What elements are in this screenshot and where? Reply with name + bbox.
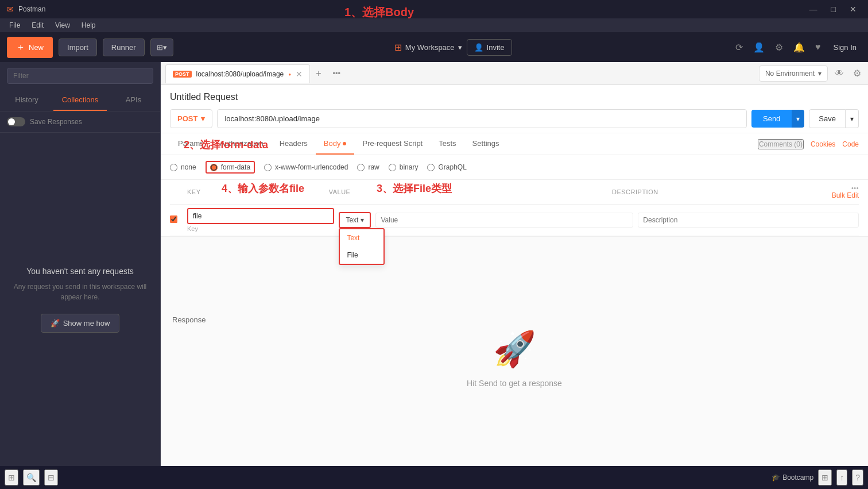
menu-edit[interactable]: Edit xyxy=(27,20,48,30)
env-settings-icon[interactable]: ⚙ xyxy=(851,66,863,81)
env-chevron-icon: ▾ xyxy=(818,70,822,78)
type-option-file[interactable]: File xyxy=(340,247,383,264)
tab-more-button[interactable]: ••• xyxy=(327,66,346,81)
tab-headers[interactable]: Headers xyxy=(272,133,316,155)
binary-label: binary xyxy=(400,163,418,171)
tab-tests[interactable]: Tests xyxy=(431,133,464,155)
tab-settings[interactable]: Settings xyxy=(464,133,507,155)
env-selector: No Environment ▾ 👁 ⚙ xyxy=(759,66,863,82)
rocket-illustration: 🚀 Hit Send to get a response xyxy=(467,329,562,388)
method-badge: POST xyxy=(173,71,192,78)
show-me-how-label: Show me how xyxy=(63,319,110,328)
runner-button[interactable]: Runner xyxy=(103,38,145,56)
user-profile-icon[interactable]: 👤 xyxy=(751,40,767,55)
type-dropdown-button[interactable]: Text ▾ xyxy=(339,212,371,228)
show-icon: 🚀 xyxy=(51,319,60,328)
workspace-button[interactable]: ⊞ My Workspace ▾ xyxy=(394,42,462,53)
user-icon: 👤 xyxy=(474,43,483,52)
bootcamp-button[interactable]: 🎓 Bootcamp xyxy=(772,473,813,482)
comments-button[interactable]: Comments (0) xyxy=(758,139,804,149)
modified-dot: ● xyxy=(288,72,291,77)
menu-view[interactable]: View xyxy=(51,20,75,30)
desc-input[interactable] xyxy=(638,213,859,228)
import-button[interactable]: Import xyxy=(59,38,97,56)
tab-authorization[interactable]: Authorization xyxy=(212,133,272,155)
bootcamp-icon: 🎓 xyxy=(772,473,780,482)
send-button[interactable]: Send xyxy=(751,110,792,128)
help-icon[interactable]: ? xyxy=(852,469,863,486)
add-tab-button[interactable]: + xyxy=(310,65,327,82)
value-input[interactable] xyxy=(375,213,633,228)
option-binary[interactable]: binary xyxy=(389,163,418,171)
hit-send-text: Hit Send to get a response xyxy=(467,379,562,388)
tab-pre-request[interactable]: Pre-request Script xyxy=(354,133,431,155)
request-bar: POST ▾ 1、选择Body Send ▾ Save ▾ xyxy=(170,109,859,128)
env-dropdown[interactable]: No Environment ▾ xyxy=(759,66,828,82)
sidebar-tabs: History Collections APIs xyxy=(0,90,160,111)
console-icon[interactable]: ⊟ xyxy=(44,469,58,486)
filter-input[interactable] xyxy=(7,68,153,84)
request-tabs: Params Authorization Headers Body Pre-re… xyxy=(161,133,868,155)
sidebar-tab-apis[interactable]: APIs xyxy=(107,90,160,111)
option-urlencoded[interactable]: x-www-form-urlencoded xyxy=(264,163,348,171)
save-responses-toggle[interactable] xyxy=(7,117,25,126)
tab-close-button[interactable]: ✕ xyxy=(296,70,303,79)
url-input[interactable] xyxy=(217,109,747,128)
sidebar-tab-history[interactable]: History xyxy=(0,90,53,111)
menu-help[interactable]: Help xyxy=(77,20,100,30)
maximize-button[interactable]: □ xyxy=(827,2,840,16)
save-button[interactable]: Save xyxy=(809,109,846,128)
save-dropdown-button[interactable]: ▾ xyxy=(846,109,859,128)
tab-params[interactable]: Params xyxy=(170,133,212,155)
option-raw[interactable]: raw xyxy=(357,163,379,171)
option-form-data[interactable]: form-data xyxy=(206,161,255,174)
new-button[interactable]: ＋ New xyxy=(7,37,53,58)
key-input[interactable] xyxy=(187,208,334,224)
sidebar-toggle-icon[interactable]: ⊞ xyxy=(5,469,18,486)
option-none[interactable]: none xyxy=(170,163,196,171)
bulk-edit-button[interactable]: Bulk Edit xyxy=(832,191,859,199)
form-data-label: form-data xyxy=(221,163,250,171)
tab-body[interactable]: Body xyxy=(316,133,355,155)
close-button[interactable]: ✕ xyxy=(845,2,861,16)
plus-icon: ＋ xyxy=(16,41,25,53)
empty-desc: Any request you send in this workspace w… xyxy=(11,282,149,302)
show-me-how-button[interactable]: 🚀 Show me how xyxy=(41,314,120,333)
request-area: Untitled Request POST ▾ 1、选择Body Send ▾ … xyxy=(161,85,868,133)
share-icon[interactable]: ↑ xyxy=(836,469,847,486)
heart-icon[interactable]: ♥ xyxy=(813,40,823,55)
row-checkbox[interactable] xyxy=(170,215,177,223)
toolbar-right: ⟳ 👤 ⚙ 🔔 ♥ Sign In xyxy=(733,40,861,55)
none-label: none xyxy=(181,163,196,171)
extra-button[interactable]: ⊞▾ xyxy=(150,38,173,56)
save-btn-group: Save ▾ xyxy=(809,109,859,128)
tab-url: localhost:8080/upload/image xyxy=(196,70,284,78)
method-dropdown[interactable]: POST ▾ xyxy=(170,109,212,128)
grid-icon[interactable]: ⊞ xyxy=(818,469,832,486)
option-graphql[interactable]: GraphQL xyxy=(427,163,466,171)
value-col: Text ▾ Text File xyxy=(339,212,633,228)
request-tab[interactable]: POST localhost:8080/upload/image ● ✕ xyxy=(165,64,310,83)
request-title: Untitled Request xyxy=(170,92,859,102)
notification-icon[interactable]: 🔔 xyxy=(791,40,807,55)
code-button[interactable]: Code xyxy=(842,139,859,149)
minimize-button[interactable]: — xyxy=(805,2,822,16)
save-responses-label: Save Responses xyxy=(30,118,82,126)
sidebar-tab-collections[interactable]: Collections xyxy=(53,90,107,111)
kv-row: Key Text ▾ Text File xyxy=(170,205,859,236)
postman-icon: ✉ xyxy=(7,5,14,14)
cookies-button[interactable]: Cookies xyxy=(811,139,835,149)
window-controls[interactable]: — □ ✕ xyxy=(805,2,861,16)
main-content: POST localhost:8080/upload/image ● ✕ + •… xyxy=(161,62,868,466)
menu-file[interactable]: File xyxy=(5,20,25,30)
send-dropdown-button[interactable]: ▾ xyxy=(792,110,804,128)
sync-icon[interactable]: ⟳ xyxy=(733,40,745,55)
invite-button[interactable]: 👤 Invite xyxy=(467,39,512,56)
body-active-dot xyxy=(343,142,346,145)
eye-icon[interactable]: 👁 xyxy=(832,66,846,81)
settings-icon[interactable]: ⚙ xyxy=(773,40,785,55)
type-option-text[interactable]: Text xyxy=(340,229,383,247)
search-bottom-icon[interactable]: 🔍 xyxy=(23,469,40,486)
sign-in-button[interactable]: Sign In xyxy=(829,41,861,54)
rocket-icon: 🚀 xyxy=(493,329,536,369)
